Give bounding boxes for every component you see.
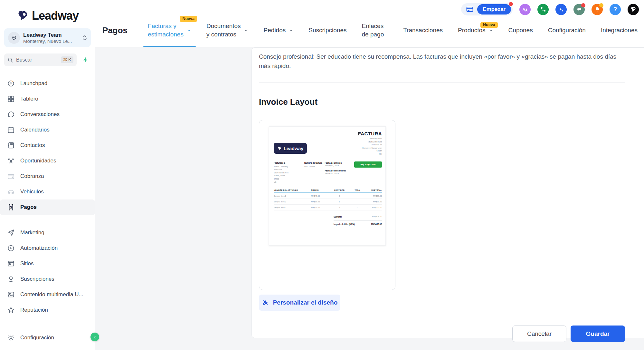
nueva-badge: Nueva	[480, 22, 498, 28]
brand-logo: Leadway	[0, 0, 95, 23]
sidebar-item-label: Vehiculos	[20, 189, 44, 195]
save-button[interactable]: Guardar	[571, 326, 625, 342]
search-input[interactable]: Buscar ⌘ K	[4, 53, 77, 66]
customize-design-button[interactable]: Personalizar el diseño	[259, 295, 340, 311]
tab-facturas-y-estimaciones[interactable]: Facturas y estimaciones Nueva	[148, 14, 191, 47]
sidebar-item-label: Calendarios	[20, 127, 50, 133]
sidebar-collapse-button[interactable]	[90, 333, 99, 341]
search-row: Buscar ⌘ K	[4, 53, 91, 66]
quick-actions-bolt-icon[interactable]	[80, 54, 91, 66]
sidebar-item-calendarios[interactable]: Calendarios	[0, 122, 95, 138]
search-shortcut-badge: ⌘ K	[61, 56, 73, 63]
chevron-down-icon	[244, 28, 249, 33]
star-icon	[7, 306, 15, 314]
chevron-down-icon	[488, 28, 493, 33]
pro-tip-text: Consejo profesional: Ser educado tiene s…	[259, 52, 621, 71]
chevron-down-icon	[186, 28, 191, 33]
tab-pedidos[interactable]: Pedidos	[264, 14, 294, 47]
sidebar-item-automatizacion[interactable]: Automatización	[0, 240, 95, 256]
tab-documentos-y-contratos[interactable]: Documentos y contratos	[206, 14, 249, 47]
sidebar-item-marketing[interactable]: Marketing	[0, 225, 95, 240]
tools-icon	[262, 299, 269, 306]
sidebar-item-oportunidades[interactable]: Oportunidades	[0, 153, 95, 169]
sidebar-item-launchpad[interactable]: Launchpad	[0, 76, 95, 91]
tab-enlaces-de-pago[interactable]: Enlaces de pago	[362, 14, 388, 47]
paper-plane-icon	[7, 229, 15, 237]
award-icon	[7, 275, 15, 283]
svg-text:A: A	[523, 7, 525, 11]
cancel-button[interactable]: Cancelar	[512, 326, 566, 342]
sidebar-item-tablero[interactable]: Tablero	[0, 91, 95, 107]
tab-configuracion[interactable]: Configuración	[548, 14, 586, 47]
car-icon	[7, 188, 15, 196]
sidebar-item-label: Conversaciones	[20, 111, 60, 118]
sites-icon	[7, 260, 15, 267]
invoice-company-block: FACTURA Leadway Team +528123559126 El Pu…	[358, 131, 382, 156]
team-meta: Leadway Team Monterrey, Nuevo Le...	[23, 32, 72, 44]
sidebar-item-pagos[interactable]: $ Pagos	[0, 199, 95, 215]
opportunities-icon	[7, 157, 15, 165]
app-root: Leadway Leadway Team Monterrey, Nuevo Le…	[0, 0, 644, 350]
automation-icon	[7, 244, 15, 252]
sidebar-item-label: Suscripciones	[20, 276, 54, 282]
sidebar-spacer	[0, 318, 95, 330]
invoice-number-block: Número de factura INV- 123456	[304, 161, 325, 184]
dashboard-icon	[7, 95, 15, 103]
billed-to-block: Facturado a John's Company John Doe 1234…	[274, 161, 304, 184]
amount-due-row: Importe debido (MXN) MX$435.00	[334, 221, 382, 228]
topbar: Empezar A	[95, 0, 644, 47]
invoice-brand-badge: Leadway	[274, 143, 307, 154]
team-name: Leadway Team	[23, 32, 72, 38]
page-title: Pagos	[102, 25, 128, 35]
credit-card-icon	[466, 5, 474, 13]
sidebar-item-conversaciones[interactable]: Conversaciones	[0, 107, 95, 122]
team-switcher[interactable]: Leadway Team Monterrey, Nuevo Le...	[4, 28, 91, 47]
invoice-brand-text: Leadway	[284, 146, 303, 151]
sidebar-nav: Launchpad Tablero Conversaciones Calenda…	[0, 76, 95, 345]
footer-actions: Cancelar Guardar	[259, 326, 625, 342]
invoice-settings-panel: Consejo profesional: Ser educado tiene s…	[251, 47, 644, 338]
tab-transacciones[interactable]: Transacciones	[403, 14, 443, 47]
sidebar-item-label: Reputación	[20, 307, 48, 313]
notification-dot	[599, 3, 603, 7]
divider	[259, 83, 625, 83]
nueva-badge: Nueva	[180, 16, 197, 22]
tab-productos[interactable]: Productos Nueva	[458, 14, 493, 47]
pay-button[interactable]: Pay MX$435.00	[354, 161, 382, 168]
main-area: Empezar A	[95, 0, 644, 350]
search-placeholder: Buscar	[16, 57, 32, 63]
chevron-down-icon	[289, 28, 293, 33]
invoice-header: Leadway FACTURA Leadway Team +5281235591…	[274, 131, 382, 156]
sidebar-item-label: Configuración	[20, 335, 54, 341]
tab-suscripciones[interactable]: Suscripciones	[308, 14, 346, 47]
gear-icon	[7, 334, 15, 342]
svg-text:$: $	[10, 206, 12, 209]
sidebar-divider	[4, 220, 91, 220]
notification-dot	[581, 3, 585, 7]
sidebar-item-contenido-multimedia[interactable]: Contenido multimedia U...	[0, 287, 95, 302]
sidebar-item-sitios[interactable]: Sitios	[0, 256, 95, 271]
chevron-up-down-icon	[82, 35, 87, 41]
sidebar-item-cobranza[interactable]: Cobranza	[0, 169, 95, 184]
sidebar-item-vehiculos[interactable]: Vehiculos	[0, 184, 95, 199]
media-icon	[7, 291, 15, 298]
sidebar-item-label: Cobranza	[20, 173, 44, 180]
workspace: Consejo profesional: Ser educado tiene s…	[95, 47, 644, 350]
sidebar-item-label: Launchpad	[20, 80, 47, 87]
sidebar-item-reputacion[interactable]: Reputación	[0, 302, 95, 318]
table-row: Sample Item 2 MX$99.00 1 - MX$99.00	[274, 199, 382, 205]
tab-integraciones[interactable]: Integraciones	[601, 14, 638, 47]
contacts-icon	[7, 141, 15, 149]
empezar-button[interactable]: Empezar	[477, 4, 511, 15]
subtotal-row: Subtotal MX$435.00	[334, 213, 382, 221]
team-location: Monterrey, Nuevo Le...	[23, 38, 72, 44]
invoice-layout-title: Invoice Layout	[259, 97, 625, 107]
calendar-icon	[7, 126, 15, 134]
divider	[259, 317, 625, 317]
table-row: Sample Item 3 MX$79.00 3 - MX$237.00	[274, 205, 382, 210]
sidebar-item-suscripciones[interactable]: Suscripciones	[0, 271, 95, 287]
table-row: Sample Item 1 MX$49.50 2 - MX$99.00	[274, 193, 382, 199]
sidebar-item-contactos[interactable]: Contactos	[0, 138, 95, 153]
tab-cupones[interactable]: Cupones	[508, 14, 533, 47]
sidebar-item-configuracion[interactable]: Configuración	[0, 330, 95, 345]
